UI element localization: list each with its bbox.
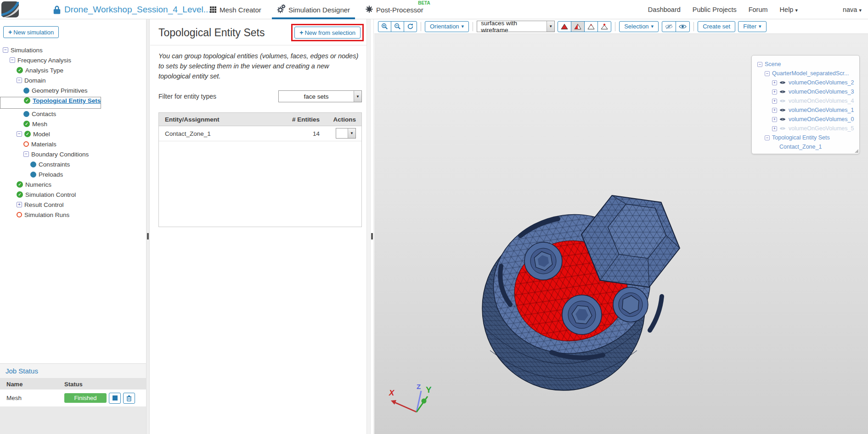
expand-icon[interactable]: +: [772, 89, 777, 95]
app-tab[interactable]: Simulation Designer: [269, 0, 358, 19]
app-tab[interactable]: Mesh Creator: [202, 0, 269, 19]
splitter-grip[interactable]: [371, 233, 373, 239]
plus-icon: +: [299, 29, 303, 36]
entity-set-row[interactable]: Contact_Zone_1 14 ▼: [159, 126, 361, 141]
bolt-pocket: [524, 242, 562, 280]
check-icon: ✓: [24, 131, 31, 137]
scene-tree-item[interactable]: + volumeOnGeoVolumes_4: [754, 96, 857, 106]
eye-icon[interactable]: [779, 108, 786, 112]
zoom-out-button[interactable]: [391, 21, 404, 32]
new-from-selection-button[interactable]: +New from selection: [294, 27, 361, 39]
splitter-grip[interactable]: [147, 233, 149, 239]
toolbar-separator: [473, 22, 473, 31]
expand-icon[interactable]: +: [772, 117, 777, 122]
sim-tree-item[interactable]: Materials: [0, 139, 146, 149]
axis-triad[interactable]: X Z Y: [387, 383, 438, 421]
top-nav-link[interactable]: Dashboard: [648, 6, 681, 13]
show-all-button[interactable]: [676, 21, 690, 32]
scene-tree-item[interactable]: Contact_Zone_1: [754, 142, 857, 151]
mesh-view-solid-button[interactable]: [558, 21, 571, 32]
sim-tree-item[interactable]: − Boundary Conditions: [0, 149, 146, 159]
collapse-icon[interactable]: −: [23, 151, 29, 157]
sim-tree-item[interactable]: ✓ Topological Entity Sets: [0, 97, 101, 109]
eye-icon[interactable]: [779, 89, 786, 94]
scene-tree-item[interactable]: − QuarterModel_separatedScr...: [754, 69, 857, 78]
sim-tree-item[interactable]: ✓ Analysis Type: [0, 65, 146, 75]
eye-off-icon[interactable]: [779, 99, 786, 103]
eye-icon[interactable]: [779, 117, 786, 122]
bolt-pocket: [613, 287, 648, 322]
new-simulation-button[interactable]: +New simulation: [3, 26, 59, 38]
hide-selected-button[interactable]: [662, 21, 676, 32]
help-menu[interactable]: Help ▾: [780, 6, 798, 13]
user-menu[interactable]: nava ▾: [843, 6, 862, 13]
triangle-solid-icon: [561, 23, 568, 30]
sim-tree-item[interactable]: Simulation Runs: [0, 210, 146, 220]
select-arrow-icon: ▼: [348, 128, 355, 138]
panel-splitter[interactable]: [370, 19, 374, 434]
sim-tree-item[interactable]: Contacts: [0, 109, 146, 119]
render-mode-select[interactable]: surfaces with wireframe ▼: [477, 21, 555, 32]
sim-tree-item[interactable]: − Domain: [0, 75, 146, 85]
expand-icon[interactable]: +: [772, 80, 777, 85]
sim-tree-item[interactable]: − ✓ Model: [0, 129, 146, 139]
sim-tree-item[interactable]: − Simulations: [0, 45, 146, 55]
eye-icon[interactable]: [779, 80, 786, 85]
eye-icon: [679, 24, 687, 29]
grid-icon: [210, 6, 216, 13]
top-nav-link[interactable]: Public Projects: [693, 6, 737, 13]
expand-icon[interactable]: +: [772, 126, 777, 131]
zoom-in-button[interactable]: [378, 21, 391, 32]
mesh-view-wire-button[interactable]: [584, 21, 598, 32]
sim-tree-item[interactable]: Preloads: [0, 169, 146, 179]
refresh-view-button[interactable]: [404, 21, 417, 32]
sim-tree-item[interactable]: Constraints: [0, 159, 146, 169]
collapse-icon[interactable]: −: [10, 57, 15, 63]
sim-tree-item[interactable]: ✓ Simulation Control: [0, 189, 146, 200]
check-icon: ✓: [17, 191, 23, 198]
top-nav-link[interactable]: Forum: [749, 6, 768, 13]
orientation-dropdown[interactable]: Orientation▾: [425, 21, 469, 32]
viewer-canvas[interactable]: − Scene − QuarterModel_separatedScr... +…: [374, 34, 868, 434]
entity-type-filter-select[interactable]: face sets ▼: [278, 90, 362, 102]
collapse-icon[interactable]: −: [3, 47, 8, 53]
gear-icon: [366, 6, 373, 14]
scene-tree-item[interactable]: − Scene: [754, 60, 857, 69]
simulation-tree: − Simulations − Frequency Analysis ✓ Ana…: [0, 45, 146, 220]
expand-icon[interactable]: +: [772, 108, 777, 113]
resize-handle[interactable]: [855, 149, 858, 153]
selection-dropdown[interactable]: Selection▾: [619, 21, 659, 32]
expand-icon[interactable]: +: [17, 202, 22, 207]
scene-tree-item[interactable]: − Topological Entity Sets: [754, 133, 857, 142]
sim-tree-item[interactable]: − Frequency Analysis: [0, 55, 146, 65]
panel-scrollbar[interactable]: [366, 19, 370, 434]
collapse-icon[interactable]: −: [17, 131, 22, 137]
collapse-icon[interactable]: −: [17, 78, 22, 83]
eye-off-icon[interactable]: [779, 126, 786, 131]
scene-tree-item[interactable]: + volumeOnGeoVolumes_0: [754, 115, 857, 124]
triangle-vertex-icon: [601, 23, 608, 30]
filter-dropdown[interactable]: Filter▾: [738, 21, 766, 32]
scene-tree-item[interactable]: + volumeOnGeoVolumes_1: [754, 106, 857, 115]
create-set-button[interactable]: Create set: [698, 21, 735, 32]
sim-tree-item[interactable]: Geometry Primitives: [0, 85, 146, 95]
row-actions-select[interactable]: ▼: [336, 128, 356, 139]
stop-job-button[interactable]: [109, 393, 121, 404]
sim-tree-item[interactable]: ✓ Mesh: [0, 119, 146, 129]
scene-tree-item[interactable]: + volumeOnGeoVolumes_5: [754, 124, 857, 133]
sidebar-splitter[interactable]: [146, 19, 150, 434]
collapse-icon[interactable]: −: [765, 135, 770, 140]
project-title[interactable]: Drone_Workshop_Session_4_Level...: [64, 5, 211, 15]
expand-icon[interactable]: +: [772, 99, 777, 104]
collapse-icon[interactable]: −: [757, 62, 762, 67]
mesh-view-points-button[interactable]: [597, 21, 611, 32]
delete-job-button[interactable]: [123, 393, 135, 404]
scene-tree-item[interactable]: + volumeOnGeoVolumes_3: [754, 87, 857, 96]
app-tab[interactable]: Post-Processor BETA: [358, 0, 431, 19]
scene-tree-item[interactable]: + volumeOnGeoVolumes_2: [754, 78, 857, 87]
app-tabs: Mesh Creator Simulation Designer Post-Pr: [202, 0, 431, 19]
sim-tree-item[interactable]: + Result Control: [0, 200, 146, 210]
collapse-icon[interactable]: −: [765, 71, 770, 76]
sim-tree-item[interactable]: ✓ Numerics: [0, 179, 146, 189]
mesh-view-half-button[interactable]: [571, 21, 585, 32]
